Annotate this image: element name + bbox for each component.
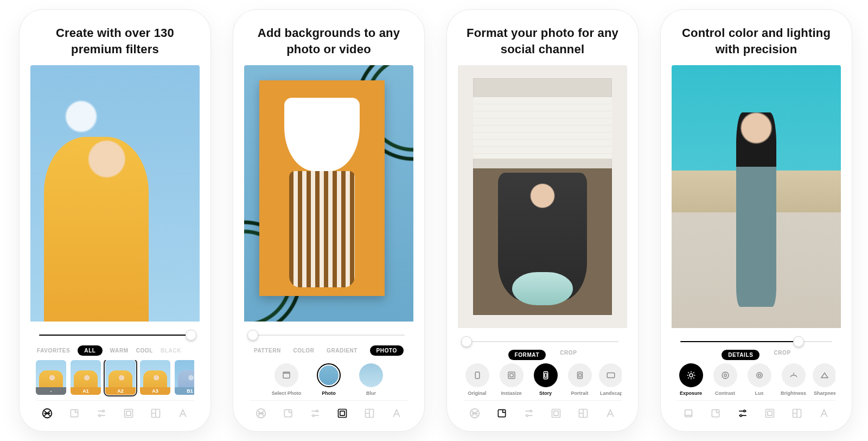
crop-icon[interactable] [707,406,724,420]
adjust-icon[interactable] [735,406,751,420]
svg-point-12 [312,415,314,417]
detail-options: Exposure Contrast Lux Brightness [677,360,835,397]
option-label: Instasize [501,390,521,396]
filter-thumb-selected[interactable]: A2 [105,360,136,395]
app-store-screenshots: Create with over 130 premium filters FAV… [0,0,868,441]
text-icon[interactable] [175,406,191,420]
filters-icon[interactable] [680,406,697,420]
svg-point-32 [724,374,726,377]
collage-icon[interactable] [361,406,378,420]
photo-preview[interactable] [672,65,841,328]
headline: Format your photo for any social channel [458,25,627,60]
option-blur[interactable]: Blur [355,363,387,396]
svg-rect-8 [283,372,290,373]
controls-panel: FAVORITES ALL WARM COOL BLACK - A1 [30,322,200,424]
bottom-toolbar [36,400,194,420]
bottom-toolbar [677,400,835,420]
intensity-slider[interactable] [36,327,194,343]
filters-icon[interactable] [467,406,483,420]
svg-point-11 [316,410,318,412]
filter-thumb[interactable]: A3 [140,360,170,395]
filter-category-tabs: FAVORITES ALL WARM COOL BLACK [36,343,194,360]
option-label: Photo [322,390,336,396]
option-label: Landscape [600,390,622,396]
option-label: Brightness [781,390,806,396]
tab-gradient[interactable]: GRADIENT [327,348,358,354]
option-brightness[interactable]: Brightness [780,363,807,396]
mode-tabs: DETAILS CROP [677,350,835,360]
filter-thumb[interactable]: B1 [175,360,194,395]
tab-favorites[interactable]: FAVORITES [37,348,70,354]
tab-photo[interactable]: PHOTO [370,345,404,356]
option-portrait[interactable]: Portrait [566,363,593,396]
filter-thumb[interactable]: - [36,360,66,395]
tab-black[interactable]: BLACK [161,348,181,354]
option-contrast[interactable]: Contrast [711,363,739,396]
svg-point-2 [103,410,104,412]
collage-icon[interactable] [789,406,805,420]
photo-preview[interactable] [30,65,200,322]
borders-icon[interactable] [120,406,137,420]
svg-rect-16 [475,372,480,379]
screenshot-card-3: Format your photo for any social channel… [447,10,638,431]
intensity-slider[interactable] [250,327,408,343]
filters-icon[interactable] [39,406,55,420]
tab-pattern[interactable]: PATTERN [254,348,281,354]
adjust-icon[interactable] [93,406,110,420]
svg-rect-20 [545,373,547,377]
option-landscape[interactable]: Landscape [600,363,622,396]
option-original[interactable]: Original [463,363,491,396]
tab-crop[interactable]: CROP [560,350,577,360]
filter-thumb[interactable]: A1 [71,360,101,395]
phone-frame: FORMAT CROP Original Instasize Story [458,65,627,424]
adjust-icon[interactable] [521,406,537,420]
svg-point-39 [740,415,742,417]
photo-preview[interactable] [244,65,413,322]
tab-warm[interactable]: WARM [110,348,129,354]
phone-frame: DETAILS CROP Exposure Contrast Lux [672,65,841,424]
borders-icon[interactable] [548,406,564,420]
collage-icon[interactable] [148,406,164,420]
intensity-slider[interactable] [463,333,622,350]
collage-icon[interactable] [575,406,591,420]
option-exposure[interactable]: Exposure [677,363,705,396]
tab-cool[interactable]: COOL [136,348,153,354]
option-label: Portrait [571,390,588,396]
crop-icon[interactable] [494,406,510,420]
svg-rect-21 [577,372,582,379]
text-icon[interactable] [602,406,618,420]
borders-icon[interactable] [334,406,350,420]
option-select-photo[interactable]: Select Photo [271,363,302,396]
svg-point-3 [99,415,100,417]
option-instasize[interactable]: Instasize [497,363,525,396]
filter-label: - [36,387,66,395]
screenshot-card-1: Create with over 130 premium filters FAV… [20,10,210,431]
tab-color[interactable]: COLOR [293,348,314,354]
tab-all[interactable]: ALL [78,345,102,356]
svg-rect-10 [284,410,291,417]
tab-crop[interactable]: CROP [774,350,790,360]
controls-panel: DETAILS CROP Exposure Contrast Lux [672,328,841,424]
text-icon[interactable] [816,406,832,420]
adjust-icon[interactable] [307,406,323,420]
option-story[interactable]: Story [532,363,559,396]
option-lux[interactable]: Lux [745,363,773,396]
crop-icon[interactable] [66,406,82,420]
option-label: Lux [755,390,763,396]
headline: Add backgrounds to any photo or video [244,25,413,60]
photo-preview[interactable] [458,65,627,328]
headline: Control color and lighting with precisio… [672,25,841,60]
crop-icon[interactable] [280,406,296,420]
option-photo[interactable]: Photo [313,363,344,396]
tab-details[interactable]: DETAILS [722,350,760,360]
intensity-slider[interactable] [677,333,835,350]
borders-icon[interactable] [762,406,778,420]
tab-format[interactable]: FORMAT [508,350,546,360]
option-label: Exposure [680,390,702,396]
svg-rect-28 [552,410,560,418]
filters-icon[interactable] [253,406,269,420]
svg-rect-25 [498,410,505,417]
text-icon[interactable] [388,406,405,420]
option-sharpness[interactable]: Sharpness [814,363,835,396]
filter-thumbnails: - A1 A2 A3 B [36,360,194,397]
